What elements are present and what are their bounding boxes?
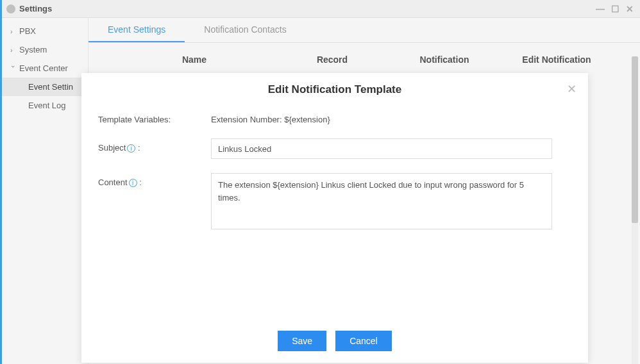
tab-label: Notification Contacts xyxy=(204,24,286,35)
tab-label: Event Settings xyxy=(108,24,165,35)
sidebar-item-system[interactable]: › System xyxy=(0,40,88,59)
table-header: Name Record Notification Edit Notificati… xyxy=(88,43,640,76)
window-title: Settings xyxy=(19,4,52,13)
cancel-button[interactable]: Cancel xyxy=(335,331,392,351)
left-accent-bar xyxy=(0,0,2,364)
close-window-icon[interactable]: ✕ xyxy=(626,4,634,14)
title-bar: Settings — ☐ ✕ xyxy=(0,0,640,18)
subject-label: Subjecti : xyxy=(98,138,211,153)
modal-edit-notification-template: Edit Notification Template ✕ Template Va… xyxy=(81,73,588,363)
sidebar-subitem-label: Event Settin xyxy=(28,82,73,92)
modal-footer: Save Cancel xyxy=(81,320,588,363)
content-label: Contenti : xyxy=(98,173,211,187)
subject-label-text: Subject xyxy=(98,143,126,153)
sidebar-item-event-center[interactable]: › Event Center xyxy=(0,59,88,78)
scrollbar-thumb[interactable] xyxy=(632,56,638,223)
sidebar-subitem-label: Event Log xyxy=(28,101,66,110)
template-variables-value: Extension Number: ${extension} xyxy=(211,110,330,124)
subject-input[interactable] xyxy=(211,138,552,159)
tab-event-settings[interactable]: Event Settings xyxy=(88,18,185,42)
content-textarea[interactable] xyxy=(211,173,552,229)
template-variables-label: Template Variables: xyxy=(98,110,211,124)
info-icon[interactable]: i xyxy=(127,144,135,153)
modal-body: Template Variables: Extension Number: ${… xyxy=(81,101,588,320)
maximize-icon[interactable]: ☐ xyxy=(611,4,619,14)
gear-icon xyxy=(6,4,15,13)
sidebar-item-label: Event Center xyxy=(19,63,68,73)
sidebar-item-pbx[interactable]: › PBX xyxy=(0,22,88,40)
column-header-record: Record xyxy=(274,54,390,65)
save-button[interactable]: Save xyxy=(278,331,326,351)
content-label-text: Content xyxy=(98,178,128,187)
sidebar-subitem-event-settings[interactable]: Event Settin xyxy=(0,78,88,96)
modal-header: Edit Notification Template ✕ xyxy=(81,73,588,101)
column-header-name: Name xyxy=(114,54,274,65)
close-icon[interactable]: ✕ xyxy=(567,82,577,96)
column-header-edit: Edit Notification xyxy=(499,54,614,65)
minimize-icon[interactable]: — xyxy=(596,4,605,14)
chevron-right-icon: › xyxy=(10,28,17,35)
sidebar-subitem-event-log[interactable]: Event Log xyxy=(0,96,88,115)
modal-title: Edit Notification Template xyxy=(94,83,575,96)
sidebar: › PBX › System › Event Center Event Sett… xyxy=(0,18,88,364)
window-controls: — ☐ ✕ xyxy=(596,4,634,14)
chevron-down-icon: › xyxy=(10,65,17,72)
sidebar-item-label: PBX xyxy=(19,26,36,36)
tab-notification-contacts[interactable]: Notification Contacts xyxy=(185,18,305,42)
column-header-notification: Notification xyxy=(390,54,499,65)
sidebar-item-label: System xyxy=(19,45,47,54)
chevron-right-icon: › xyxy=(10,46,17,54)
tabs-bar: Event Settings Notification Contacts xyxy=(88,18,640,43)
info-icon[interactable]: i xyxy=(129,179,137,187)
